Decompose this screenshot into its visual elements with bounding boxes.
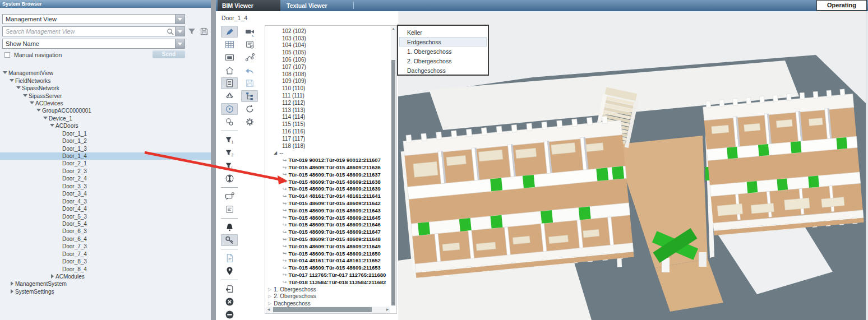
tree-toggle-icon[interactable]: [10, 289, 15, 295]
tree-toggle-icon[interactable]: [50, 122, 56, 130]
filter-l-icon[interactable]: L: [221, 160, 238, 171]
key-icon[interactable]: [221, 234, 238, 246]
tree-item-door_5_4[interactable]: Door_5_4: [0, 220, 211, 228]
tree-expanded-icon[interactable]: ◢: [274, 150, 277, 155]
door-list-item[interactable]: ↪Tür-015 48609:Tür-015 48609:211653: [265, 264, 390, 271]
cancel-circle-icon[interactable]: [221, 296, 238, 308]
tree-item-fieldnetworks[interactable]: FieldNetworks: [0, 77, 211, 84]
tree-collapsed-icon[interactable]: ▷: [268, 301, 271, 306]
link-objects-icon[interactable]: [221, 116, 238, 128]
floor-popup-item-2-obergeschoss[interactable]: 2. Obergeschoss: [399, 56, 487, 66]
floor-popup-item-dachgeschoss[interactable]: Dachgeschoss: [399, 66, 487, 75]
alarm-bell-icon[interactable]: [221, 221, 238, 233]
tree-toggle-icon[interactable]: [23, 92, 29, 100]
tree-item-acmodules[interactable]: ACModules: [0, 273, 211, 280]
tree-item-sipassnetwork[interactable]: SipassNetwork: [0, 85, 211, 92]
door-list-item[interactable]: ↪Tür-014 48161:Tür-014 48161:211641: [265, 192, 390, 200]
door-list-item[interactable]: ↪Tür-017 112765:Tür-017 112765:211680: [265, 271, 390, 279]
tree-toggle-icon[interactable]: [10, 77, 15, 85]
view-selector-dropdown[interactable]: Management View: [2, 14, 185, 24]
tree-item-door_1_2[interactable]: Door_1_2: [0, 137, 211, 145]
vertical-scrollbar[interactable]: ▲ ▼: [391, 26, 396, 306]
scroll-left-icon[interactable]: ◀: [266, 307, 271, 313]
scroll-right-icon[interactable]: ▶: [385, 307, 390, 313]
tree-item-door_8_3[interactable]: Door_8_3: [0, 258, 211, 265]
comment-pin-icon[interactable]: [221, 191, 238, 202]
room-list-item[interactable]: 110 (110): [265, 85, 390, 92]
save-icon[interactable]: [200, 27, 209, 38]
tree-toggle-icon[interactable]: [3, 69, 8, 77]
panel-splitter[interactable]: [211, 0, 216, 320]
tree-toggle-icon[interactable]: [10, 281, 15, 287]
tree-item-door_6_4[interactable]: Door_6_4: [0, 235, 211, 243]
tree-item-door_2_3[interactable]: Door_2_3: [0, 168, 211, 175]
room-list-item[interactable]: 103 (103): [265, 35, 390, 42]
door-group-node[interactable]: ◢--: [265, 150, 390, 157]
room-list-item[interactable]: 109 (109): [265, 78, 390, 85]
undo-icon[interactable]: [241, 64, 258, 76]
chevron-down-icon[interactable]: [175, 15, 184, 24]
horizontal-scroll-thumb[interactable]: [273, 307, 372, 312]
floor-node[interactable]: ▷2. Obergeschoss: [265, 293, 390, 300]
floor-popup-item-keller[interactable]: Keller: [399, 27, 487, 37]
export-document-icon[interactable]: [221, 283, 238, 295]
report-form-icon[interactable]: [221, 203, 238, 215]
properties-form-icon[interactable]: [241, 39, 258, 50]
door-list-item[interactable]: ↪Tür-015 48609:Tür-015 48609:211643: [265, 207, 390, 214]
marker-tool-icon[interactable]: [221, 26, 238, 38]
chevron-down-icon[interactable]: [175, 39, 184, 48]
tree-item-door_4_3[interactable]: Door_4_3: [0, 197, 211, 205]
floor-node[interactable]: ▷1. Obergeschoss: [265, 286, 390, 293]
room-list-item[interactable]: 102 (102): [265, 27, 390, 35]
room-list-item[interactable]: 105 (105): [265, 49, 390, 56]
block-circle-icon[interactable]: [221, 309, 238, 320]
room-list-item[interactable]: 114 (114): [265, 114, 390, 121]
tree-item-door_2_1[interactable]: Door_2_1: [0, 160, 211, 167]
tree-toggle-icon[interactable]: [30, 99, 35, 108]
floor-popup-item-erdgeschoss[interactable]: Erdgeschoss: [399, 37, 487, 47]
save-icon[interactable]: [241, 77, 258, 89]
search-dropdown-button[interactable]: [175, 27, 184, 36]
filter-1-icon[interactable]: 1: [221, 134, 238, 146]
tree-item-door_7_3[interactable]: Door_7_3: [0, 243, 211, 250]
room-list-item[interactable]: 107 (107): [265, 63, 390, 71]
room-list-item[interactable]: 115 (115): [265, 120, 390, 128]
model-tree-icon[interactable]: [241, 90, 258, 102]
tree-item-managementview[interactable]: ManagementView: [0, 69, 211, 77]
tree-item-door_3_4[interactable]: Door_3_4: [0, 190, 211, 197]
camera-view-icon[interactable]: [241, 26, 258, 38]
cone-view-icon[interactable]: [221, 90, 238, 102]
scroll-up-icon[interactable]: ▲: [391, 26, 396, 31]
location-pin-icon[interactable]: [221, 265, 238, 277]
room-list-item[interactable]: 118 (118): [265, 142, 390, 150]
tree-item-acdevices[interactable]: ACDevices: [0, 100, 211, 107]
filter-2-icon[interactable]: 2: [221, 147, 238, 159]
vertical-scroll-thumb[interactable]: [391, 60, 395, 305]
door-list-item[interactable]: ↪Tür-015 48609:Tür-015 48609:211650: [265, 250, 390, 257]
tree-item-door_7_4[interactable]: Door_7_4: [0, 251, 211, 258]
door-list-item[interactable]: ↪Tür-015 48609:Tür-015 48609:211636: [265, 164, 390, 171]
settings-gear-icon[interactable]: [241, 116, 258, 128]
room-list-item[interactable]: 117 (117): [265, 135, 390, 142]
tree-item-door_2_4[interactable]: Door_2_4: [0, 175, 211, 182]
door-list-item[interactable]: ↪Tür-015 48609:Tür-015 48609:211638: [265, 178, 390, 185]
tree-item-door_5_3[interactable]: Door_5_3: [0, 212, 211, 220]
horizontal-scrollbar[interactable]: ◀ ▶: [266, 307, 390, 313]
grid-layout-icon[interactable]: [221, 39, 238, 50]
tree-item-device_1[interactable]: Device_1: [0, 115, 211, 122]
tree-item-acdoors[interactable]: ACDoors: [0, 122, 211, 129]
tab-textual-viewer[interactable]: Textual Viewer: [282, 0, 350, 11]
room-list-item[interactable]: 108 (108): [265, 71, 390, 78]
door-list-item[interactable]: ↪Tür-015 48609:Tür-015 48609:211645: [265, 214, 390, 221]
room-list-item[interactable]: 112 (112): [265, 99, 390, 106]
door-list-item[interactable]: ↪Tür-015 48609:Tür-015 48609:211647: [265, 228, 390, 235]
document-list-icon[interactable]: [221, 77, 238, 89]
refresh-icon[interactable]: [241, 103, 258, 115]
filter-icon[interactable]: [187, 27, 196, 38]
room-list-item[interactable]: 106 (106): [265, 56, 390, 63]
tree-item-door_4_4[interactable]: Door_4_4: [0, 205, 211, 212]
operating-button[interactable]: Operating: [816, 0, 867, 11]
door-list-item[interactable]: ↪Tür-015 48609:Tür-015 48609:211649: [265, 243, 390, 250]
search-icon[interactable]: [165, 27, 175, 36]
tree-toggle-icon[interactable]: [16, 84, 22, 92]
